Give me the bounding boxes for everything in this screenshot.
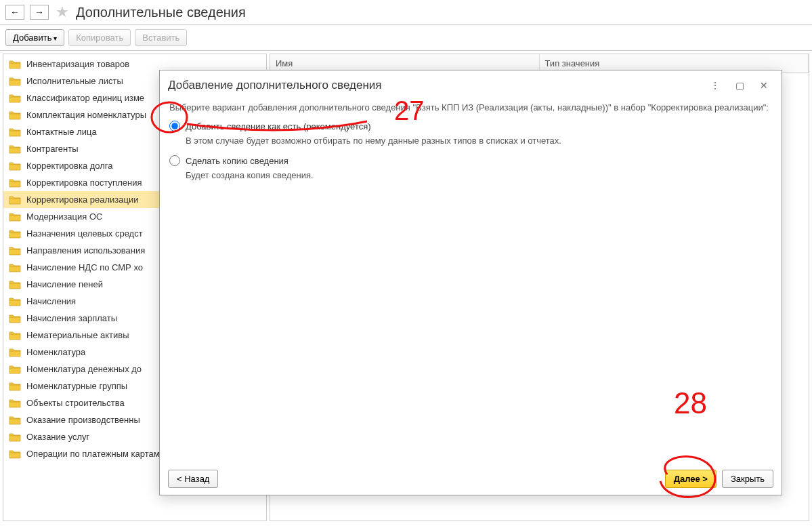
tree-item-label: Корректировка долга (26, 161, 113, 171)
tree-item-label: Номенклатура денежных до (26, 364, 142, 374)
back-button[interactable]: < Назад (168, 470, 218, 488)
tree-item-label: Начисление пеней (26, 279, 103, 289)
tree-item-label: Объекты строительства (26, 398, 125, 408)
top-bar: ← → ★ Дополнительные сведения (0, 0, 812, 25)
close-button[interactable]: Закрыть (722, 470, 773, 488)
tree-item-label: Модернизация ОС (26, 211, 102, 222)
folder-icon (9, 94, 21, 103)
star-icon[interactable]: ★ (54, 4, 70, 20)
folder-icon (9, 110, 21, 120)
nav-forward-button[interactable]: → (30, 5, 49, 20)
folder-icon (9, 348, 21, 357)
folder-icon (9, 60, 21, 69)
folder-icon (9, 415, 21, 425)
folder-icon (9, 212, 21, 222)
paste-button[interactable]: Вставить (135, 29, 187, 46)
folder-icon (9, 297, 21, 306)
toolbar: Добавить Копировать Вставить (0, 25, 812, 51)
kebab-icon[interactable]: ⋮ (706, 77, 725, 94)
tree-item-label: Начисления зарплаты (26, 313, 117, 323)
folder-icon (9, 127, 21, 137)
dialog-instruction: Выберите вариант добавления дополнительн… (169, 102, 772, 114)
option-make-copy[interactable]: Сделать копию сведения (169, 155, 772, 166)
folder-icon (9, 178, 21, 188)
radio-make-copy[interactable] (169, 155, 180, 166)
option-make-copy-label: Сделать копию сведения (186, 156, 289, 166)
add-info-dialog: Добавление дополнительного сведения ⋮ ▢ … (159, 70, 782, 495)
tree-item-label: Операции по платежным картам (26, 449, 160, 459)
maximize-icon[interactable]: ▢ (730, 77, 749, 94)
option-make-copy-desc: Будет создана копия сведения. (186, 170, 772, 180)
tree-item-label: Нематериальные активы (26, 330, 129, 340)
add-button[interactable]: Добавить (5, 29, 64, 46)
tree-item-label: Оказание услуг (26, 432, 89, 442)
tree-item-label: Корректировка поступления (26, 178, 142, 188)
tree-item-label: Комплектация номенклатуры (26, 110, 146, 120)
option-add-as-is-label: Добавить сведение как есть (рекомендуетс… (186, 121, 371, 131)
tree-item-label: Начисление НДС по СМР хо (26, 262, 143, 272)
tree-item-label: Корректировка реализации (26, 195, 138, 205)
nav-back-button[interactable]: ← (5, 5, 24, 20)
folder-icon (9, 263, 21, 272)
radio-add-as-is[interactable] (169, 121, 180, 131)
tree-item-label: Классификатор единиц изме (26, 93, 144, 103)
tree-item-label: Оказание производственны (26, 415, 140, 425)
folder-icon (9, 161, 21, 171)
option-add-as-is-desc: В этом случае будет возможно отбирать по… (186, 136, 772, 146)
next-button[interactable]: Далее > (665, 470, 717, 488)
folder-icon (9, 195, 21, 205)
tree-item-label: Контактные лица (26, 127, 97, 137)
close-icon[interactable]: ✕ (754, 77, 773, 94)
folder-icon (9, 449, 21, 459)
folder-icon (9, 229, 21, 239)
folder-icon (9, 77, 21, 86)
folder-icon (9, 432, 21, 442)
tree-item-label: Номенклатурные группы (26, 381, 127, 391)
folder-icon (9, 331, 21, 340)
tree-item-label: Контрагенты (26, 144, 79, 154)
folder-icon (9, 246, 21, 256)
folder-icon (9, 399, 21, 408)
tree-item-label: Номенклатура (26, 347, 85, 357)
folder-icon (9, 314, 21, 323)
tree-item-label: Направления использования (26, 245, 145, 256)
tree-item-label: Начисления (26, 296, 76, 306)
tree-item-label: Назначения целевых средст (26, 228, 143, 239)
folder-icon (9, 144, 21, 154)
copy-button[interactable]: Копировать (68, 29, 131, 46)
folder-icon (9, 382, 21, 391)
page-title: Дополнительные сведения (76, 5, 246, 20)
option-add-as-is[interactable]: Добавить сведение как есть (рекомендуетс… (169, 121, 772, 131)
tree-item-label: Исполнительные листы (26, 76, 123, 86)
dialog-title: Добавление дополнительного сведения (168, 79, 700, 92)
folder-icon (9, 280, 21, 289)
folder-icon (9, 365, 21, 374)
tree-item-label: Инвентаризация товаров (26, 59, 129, 69)
